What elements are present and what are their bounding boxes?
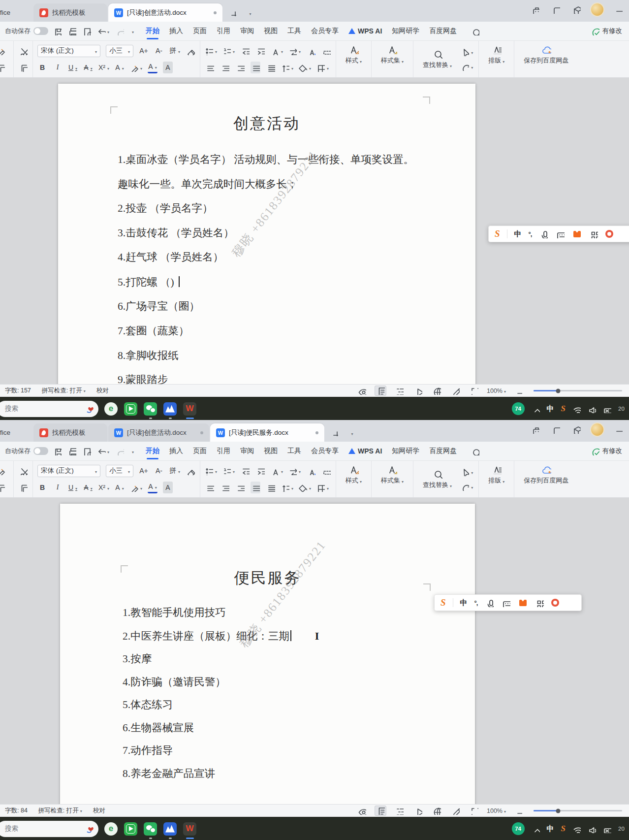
cut-icon[interactable] (18, 45, 28, 57)
wrap-icon[interactable] (288, 45, 301, 57)
avatar[interactable] (591, 423, 603, 436)
menu-item[interactable]: 页面 (188, 442, 212, 460)
modified-badge[interactable]: 有修改 (591, 447, 623, 455)
taskbar-app-icon[interactable]: W (183, 822, 196, 836)
reading-view-icon[interactable] (412, 386, 424, 396)
menu-item[interactable]: 审阅 (235, 22, 259, 40)
grow-font-button[interactable]: A+ (139, 45, 149, 57)
wifi-icon[interactable] (572, 825, 581, 833)
taskbar-app-icon[interactable] (144, 822, 157, 836)
wrap-icon[interactable] (288, 465, 301, 477)
line-spacing-icon[interactable] (281, 482, 293, 493)
ribbon-search-icon[interactable] (469, 445, 481, 457)
styleset-button[interactable]: 样式集 (376, 463, 409, 486)
align-left-icon[interactable] (205, 62, 215, 73)
borders-icon[interactable] (316, 62, 329, 73)
ime-mic-icon[interactable] (538, 229, 548, 239)
find-replace-button[interactable]: 查找替换 (418, 43, 457, 75)
save-to-baidu-button[interactable]: 保存到百度网盘 (519, 43, 573, 66)
word-count[interactable]: 字数: 157 (5, 387, 31, 395)
menu-item[interactable]: 页面 (188, 22, 212, 40)
align-right-icon[interactable] (235, 62, 245, 73)
bold-button[interactable]: B (37, 482, 47, 493)
italic-button[interactable]: I (53, 482, 63, 493)
tray-badge[interactable]: 74 (512, 822, 525, 835)
undo-button[interactable] (97, 447, 109, 455)
save-to-baidu-button[interactable]: 保存到百度网盘 (519, 463, 573, 486)
battery-icon[interactable] (603, 405, 611, 413)
pinyin-guide-button[interactable]: 拼 (169, 45, 180, 57)
autosave-toggle[interactable] (33, 447, 48, 455)
fullscreen-icon[interactable] (468, 806, 480, 816)
volume-icon[interactable] (588, 405, 596, 413)
distribute-icon[interactable] (266, 62, 276, 73)
taskbar-app-icon[interactable] (144, 402, 157, 416)
align-right-icon[interactable] (235, 482, 245, 493)
proofread-button[interactable]: 校对 (93, 807, 105, 815)
document-tab[interactable]: [只读]便民服务.docx (210, 423, 324, 442)
font-color-button[interactable]: A (148, 482, 157, 493)
menu-item[interactable]: 引用 (212, 442, 235, 460)
text-effects-button[interactable]: A (115, 482, 125, 493)
format-painter-icon[interactable] (0, 465, 5, 477)
tab-list-chevron[interactable] (345, 426, 358, 439)
zoom-level[interactable]: 100% (487, 808, 506, 814)
ime-toolbox-icon[interactable] (589, 229, 598, 239)
save-button[interactable] (53, 447, 62, 455)
select-cursor-icon[interactable] (461, 466, 473, 478)
undo-button[interactable] (97, 27, 109, 35)
paragraph-shading-icon[interactable] (299, 482, 311, 493)
menu-item[interactable]: 百度网盘 (424, 442, 462, 460)
sort-icon[interactable] (306, 465, 316, 477)
char-shading-button[interactable]: A (163, 482, 173, 493)
typeset-button[interactable]: 排版 (483, 43, 509, 66)
taskbar-search[interactable]: 搜索 (0, 821, 98, 837)
wps-assistant-icon[interactable] (529, 3, 541, 15)
spellcheck-status[interactable]: 拼写检查: 打开 (42, 387, 86, 395)
redo-button[interactable] (116, 27, 124, 35)
taskbar-app-icon[interactable] (163, 402, 177, 416)
decrease-indent-icon[interactable] (240, 45, 250, 57)
print-preview-button[interactable] (83, 447, 91, 455)
align-center-icon[interactable] (220, 482, 230, 493)
clock[interactable]: 20 (618, 406, 625, 412)
document-tab[interactable]: [只读]创意活动.docx (108, 3, 222, 22)
font-color-button[interactable]: A (148, 62, 157, 73)
bullet-list-icon[interactable] (205, 45, 217, 57)
tray-sogou-icon[interactable]: S (561, 404, 566, 414)
menu-item[interactable]: 工具 (283, 442, 306, 460)
highlight-color-button[interactable] (130, 62, 142, 73)
print-button[interactable] (68, 447, 76, 455)
menu-item[interactable]: 百度网盘 (424, 22, 462, 40)
menu-item[interactable]: 知网研学 (387, 442, 424, 460)
ime-chinese-mode[interactable]: 中 (460, 598, 468, 608)
pinyin-guide-button[interactable]: 拼 (169, 465, 180, 477)
spellcheck-status[interactable]: 拼写检查: 打开 (38, 807, 82, 815)
proofread-button[interactable]: 校对 (96, 387, 109, 395)
ime-toolbox-icon[interactable] (535, 598, 544, 608)
menu-item[interactable]: 会员专享 (306, 22, 344, 40)
fullscreen-icon[interactable] (468, 386, 480, 396)
sogou-logo[interactable]: S (495, 228, 500, 239)
decrease-indent-icon[interactable] (240, 465, 250, 477)
document-tab[interactable]: 找稻壳模板 (33, 423, 107, 442)
minimize-button[interactable] (612, 423, 624, 435)
menu-item[interactable]: 视图 (259, 442, 283, 460)
zoom-slider[interactable] (534, 390, 622, 391)
menu-item[interactable]: 知网研学 (387, 22, 424, 40)
menu-item[interactable]: WPS AI (344, 22, 387, 40)
battery-icon[interactable] (603, 825, 611, 833)
reading-view-icon[interactable] (412, 806, 424, 816)
new-tab-button[interactable] (328, 426, 341, 439)
new-tab-button[interactable] (226, 6, 239, 19)
typeset-button[interactable]: 排版 (483, 463, 509, 486)
web-view-icon[interactable] (431, 806, 442, 816)
ime-skin-icon[interactable] (518, 598, 528, 608)
text-direction-icon[interactable] (271, 45, 283, 57)
toolbar-more-chevron[interactable] (130, 27, 134, 35)
tray-chevron-up-icon[interactable] (532, 405, 540, 413)
superscript-button[interactable]: X² (98, 62, 109, 73)
superscript-button[interactable]: X² (98, 482, 109, 493)
align-left-icon[interactable] (205, 482, 215, 493)
clear-format-icon[interactable] (186, 45, 195, 57)
